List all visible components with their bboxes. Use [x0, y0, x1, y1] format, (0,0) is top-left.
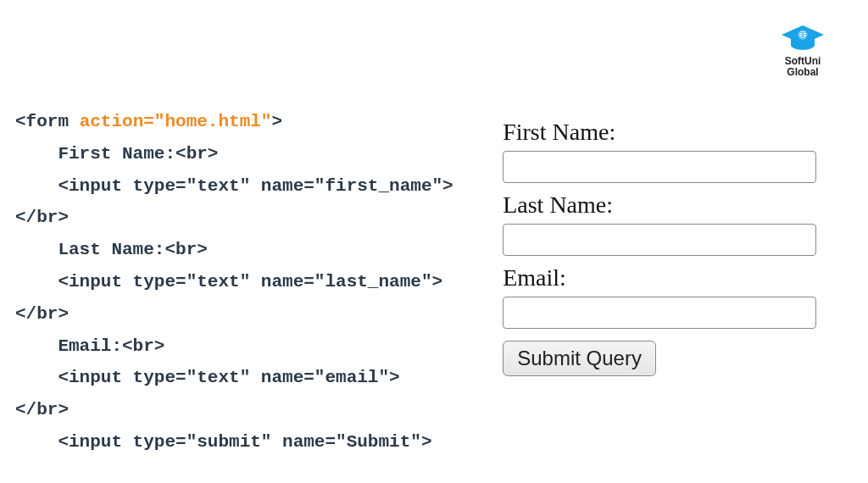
submit-button[interactable]: Submit Query — [503, 341, 656, 376]
code-line-9: <input type="text" name="email"> — [15, 368, 400, 387]
code-line-2: First Name:<br> — [15, 144, 218, 164]
logo-text-line2: Global — [780, 67, 826, 78]
email-input[interactable] — [503, 297, 816, 329]
code-line-1a: <form — [15, 112, 80, 131]
logo: SoftUni Global — [780, 24, 826, 78]
email-label: Email: — [503, 264, 817, 291]
slide-container: SoftUni Global <form action="home.html">… — [0, 0, 868, 483]
code-line-6: <input type="text" name="last_name"> — [15, 272, 442, 291]
code-panel: <form action="home.html"> First Name:<br… — [0, 0, 477, 483]
code-line-5: Last Name:<br> — [15, 240, 208, 259]
last-name-label: Last Name: — [503, 192, 817, 219]
code-line-4: </br> — [15, 208, 69, 227]
code-block: <form action="home.html"> First Name:<br… — [15, 106, 469, 483]
code-line-10: </br> — [15, 400, 69, 419]
code-line-3: <input type="text" name="first_name"> — [15, 176, 453, 196]
code-line-7: </br> — [15, 304, 69, 324]
first-name-input[interactable] — [503, 151, 816, 183]
code-line-1-highlight: action="home.html" — [80, 112, 272, 131]
graduation-cap-icon — [780, 24, 826, 54]
first-name-label: First Name: — [503, 119, 817, 146]
code-line-11: <input type="submit" name="Submit"> — [15, 432, 431, 452]
last-name-input[interactable] — [503, 224, 816, 256]
code-line-1c: > — [271, 112, 282, 131]
code-line-8: Email:<br> — [15, 336, 164, 356]
